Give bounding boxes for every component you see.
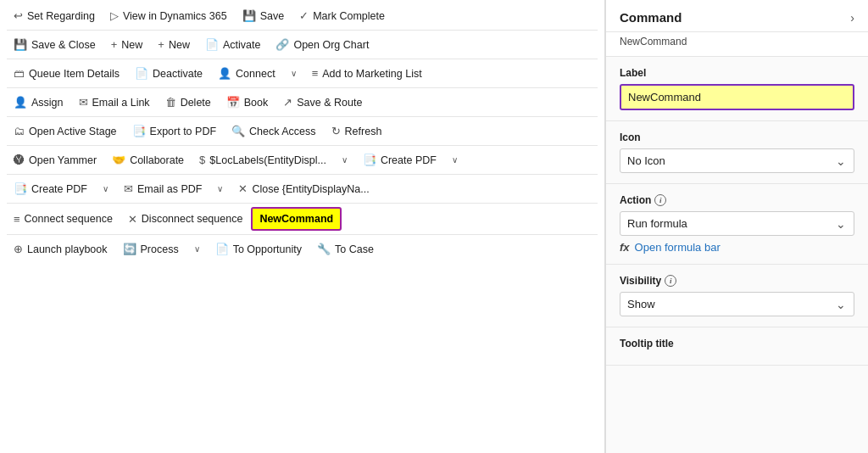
label-open-org-chart: Open Org Chart (293, 39, 369, 51)
btn-open-org-chart[interactable]: 🔗Open Org Chart (269, 34, 376, 55)
icon-create-pdf2: 📑 (14, 182, 27, 195)
icon-launch-playbook: ⊕ (14, 243, 23, 255)
right-properties-panel: Command › NewCommand Label Icon No Icon … (605, 0, 868, 453)
label-assign: Assign (31, 97, 64, 109)
visibility-select-wrapper: Show Hide (620, 292, 854, 316)
btn-new-command[interactable]: NewCommand (251, 207, 342, 231)
btn-activate[interactable]: 📄Activate (198, 34, 267, 55)
btn-email-a-link[interactable]: ✉Email a Link (72, 92, 157, 113)
btn-set-regarding[interactable]: ↩Set Regarding (7, 5, 102, 26)
label-refresh: Refresh (345, 126, 382, 137)
label-email-as-pdf: Email as PDF (137, 183, 202, 195)
btn-create-pdf1[interactable]: 📑Create PDF (356, 149, 443, 171)
label-loclabels: $LocLabels(EntityDispl... (209, 154, 326, 166)
btn-process[interactable]: 🔄Process (116, 238, 186, 260)
btn-refresh[interactable]: ↻Refresh (325, 120, 389, 142)
icon-open-org-chart: 🔗 (275, 38, 289, 51)
chevron-email-as-pdf-chevron: ∨ (217, 184, 223, 193)
btn-open-yammer[interactable]: 🅨Open Yammer (7, 149, 103, 171)
toolbar-row-row9: ⊕Launch playbook🔄Process∨📄To Opportunity… (7, 238, 598, 263)
btn-disconnect-sequence[interactable]: ✕Disconnect sequence (121, 209, 250, 230)
btn-connect-sequence[interactable]: ≡Connect sequence (7, 209, 120, 230)
icon-to-opportunity: 📄 (215, 243, 229, 255)
label-create-pdf1: Create PDF (381, 154, 437, 166)
label-close-entity: Close {EntityDisplayNa... (252, 183, 369, 195)
btn-book[interactable]: 📅Book (220, 92, 275, 113)
btn-export-to-pdf[interactable]: 📑Export to PDF (125, 120, 224, 142)
label-open-yammer: Open Yammer (29, 154, 97, 166)
action-select-wrapper: Run formula Navigate to URL Run JavaScri… (620, 211, 854, 236)
btn-email-as-pdf[interactable]: ✉Email as PDF (117, 178, 209, 199)
icon-select[interactable]: No Icon Save Delete Add (620, 148, 854, 173)
btn-to-opportunity[interactable]: 📄To Opportunity (209, 238, 309, 260)
chevron-create-pdf2-chevron: ∨ (103, 184, 108, 193)
btn-loclabels[interactable]: $$LocLabels(EntityDispl... (192, 149, 333, 171)
label-to-opportunity: To Opportunity (233, 243, 302, 255)
icon-new2: + (158, 38, 164, 51)
label-set-regarding: Set Regarding (27, 10, 95, 22)
btn-to-case[interactable]: 🔧To Case (310, 238, 381, 260)
toolbar-row-row5: 🗂Open Active Stage📑Export to PDF🔍Check A… (7, 120, 598, 146)
chevron-loclabels-chevron: ∨ (342, 155, 348, 165)
label-disconnect-sequence: Disconnect sequence (142, 213, 243, 225)
action-section: Action i Run formula Navigate to URL Run… (606, 184, 868, 265)
btn-email-as-pdf-chevron[interactable]: ∨ (210, 180, 230, 198)
visibility-select[interactable]: Show Hide (620, 292, 854, 316)
icon-export-to-pdf: 📑 (132, 125, 146, 137)
icon-connect-sequence: ≡ (14, 213, 20, 226)
label-email-a-link: Email a Link (92, 97, 150, 109)
icon-save-close: 💾 (14, 38, 27, 51)
btn-connect[interactable]: 👤Connect (211, 63, 282, 84)
icon-to-case: 🔧 (317, 243, 331, 255)
btn-dropdown1[interactable]: ∨ (284, 64, 303, 82)
icon-disconnect-sequence: ✕ (128, 213, 137, 226)
btn-check-access[interactable]: 🔍Check Access (225, 120, 323, 142)
btn-loclabels-chevron[interactable]: ∨ (335, 151, 354, 169)
label-create-pdf2: Create PDF (31, 183, 87, 195)
icon-book: 📅 (226, 96, 240, 109)
btn-save-route[interactable]: ↗Save & Route (276, 92, 369, 113)
label-input[interactable] (620, 84, 854, 110)
command-subtext: NewCommand (606, 32, 868, 57)
btn-launch-playbook[interactable]: ⊕Launch playbook (7, 238, 114, 260)
btn-new2[interactable]: +New (151, 34, 197, 55)
icon-view-dynamics: ▷ (110, 9, 119, 22)
btn-create-pdf2[interactable]: 📑Create PDF (7, 178, 94, 199)
icon-deactivate: 📄 (135, 67, 148, 80)
btn-view-dynamics[interactable]: ▷View in Dynamics 365 (103, 5, 234, 26)
icon-new1: + (111, 38, 118, 51)
label-open-active-stage: Open Active Stage (29, 126, 117, 137)
btn-delete[interactable]: 🗑Delete (159, 92, 218, 113)
btn-collaborate[interactable]: 🤝Collaborate (105, 149, 191, 171)
icon-field-label: Icon (620, 131, 854, 143)
btn-deactivate[interactable]: 📄Deactivate (128, 63, 209, 84)
btn-mark-complete[interactable]: ✓Mark Complete (292, 5, 392, 26)
open-formula-bar-link[interactable]: fx Open formula bar (620, 236, 854, 254)
btn-process-chevron[interactable]: ∨ (187, 240, 207, 258)
btn-save[interactable]: 💾Save (236, 5, 292, 26)
icon-check-access: 🔍 (231, 125, 245, 137)
header-chevron-icon[interactable]: › (850, 11, 854, 25)
btn-save-close[interactable]: 💾Save & Close (7, 34, 103, 55)
btn-assign[interactable]: 👤Assign (7, 92, 70, 113)
icon-activate: 📄 (205, 38, 219, 51)
btn-close-entity[interactable]: ✕Close {EntityDisplayNa... (231, 178, 376, 199)
chevron-create-pdf-chevron: ∨ (452, 155, 458, 165)
btn-create-pdf-chevron[interactable]: ∨ (445, 151, 465, 169)
label-process: Process (141, 243, 179, 255)
visibility-field-label: Visibility i (620, 275, 854, 287)
label-delete: Delete (181, 97, 211, 109)
btn-new1[interactable]: +New (104, 34, 150, 55)
action-select[interactable]: Run formula Navigate to URL Run JavaScri… (620, 211, 854, 236)
btn-create-pdf2-chevron[interactable]: ∨ (96, 180, 115, 198)
fx-icon: fx (620, 241, 630, 254)
btn-queue-item-details[interactable]: 🗃Queue Item Details (7, 63, 126, 84)
chevron-dropdown1: ∨ (291, 69, 297, 78)
label-mark-complete: Mark Complete (313, 10, 385, 22)
btn-open-active-stage[interactable]: 🗂Open Active Stage (7, 120, 124, 142)
btn-add-marketing-list[interactable]: ≡Add to Marketing List (305, 63, 429, 84)
left-toolbar-panel: ↩Set Regarding▷View in Dynamics 365💾Save… (0, 0, 605, 453)
icon-email-a-link: ✉ (79, 96, 88, 109)
label-queue-item-details: Queue Item Details (29, 68, 120, 80)
icon-assign: 👤 (14, 96, 27, 109)
